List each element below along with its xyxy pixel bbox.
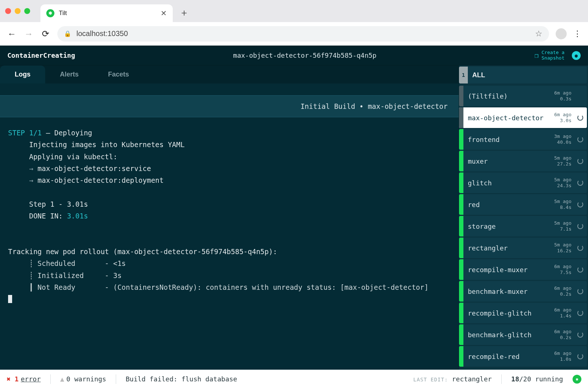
resource-name: muxer [463,157,554,165]
status-bar-icon [459,107,463,128]
sidebar-item-resource[interactable]: recompile-glitch6m ago1.4s [459,303,587,323]
minimize-window-icon[interactable] [15,8,21,14]
status-bar-icon [459,324,463,345]
resource-name: rectangler [463,244,554,252]
status-bar-icon [459,151,463,171]
create-snapshot-button[interactable]: ❐ Create aSnapshot [535,50,564,61]
resource-meta: 5m ago24.3s [554,177,574,188]
build-banner: Initial Build • max-object-detector [0,95,459,117]
resource-sidebar: 1 ALL (Tiltfile)6m ago0.3smax-object-det… [459,65,588,370]
lock-icon: 🔒 [64,30,71,37]
forward-button[interactable]: → [24,29,34,39]
window-controls [5,8,30,14]
pod-name: max-object-detector-56f974b585-q4n5p [82,51,527,59]
profile-avatar[interactable] [556,28,567,39]
browser-menu-icon[interactable]: ⋮ [573,29,581,39]
spinner-icon [577,288,583,294]
resource-meta: 5m ago16.2s [554,242,574,253]
resource-name: recompile-red [463,353,554,360]
status-bar-icon [459,303,463,323]
spinner-icon [577,353,583,359]
last-edit: LAST EDIT: rectangler [413,375,492,383]
all-label: ALL [468,71,485,79]
spinner-icon [577,136,583,142]
all-count-badge: 1 [459,67,468,83]
tab-facets[interactable]: Facets [93,65,144,83]
log-output: STEP 1/1 — Deploying Injecting images in… [0,117,459,370]
status-bar-icon [459,172,463,193]
resource-name: glitch [463,179,554,187]
sidebar-item-resource[interactable]: (Tiltfile)6m ago0.3s [459,86,587,106]
tab-logs[interactable]: Logs [0,65,45,83]
browser-tabstrip: ✱ Tilt ✕ ＋ [0,0,588,22]
resource-meta: 6m ago3.0s [554,112,574,123]
snapshot-icon: ❐ [535,52,539,59]
spinner-icon [577,245,583,251]
warning-count[interactable]: ▲0 warnings [60,375,106,383]
sidebar-item-resource[interactable]: glitch5m ago24.3s [459,172,587,193]
account-icon[interactable]: ● [572,51,581,60]
spinner-icon [577,223,583,229]
resource-name: max-object-detector [463,114,554,122]
error-count[interactable]: ✖ 1error [7,375,41,383]
resource-name: storage [463,223,554,230]
cursor-icon [8,295,12,303]
tilt-app: ContainerCreating max-object-detector-56… [0,46,588,370]
address-bar[interactable]: 🔒 localhost:10350 ☆ [57,26,549,42]
resource-meta: 6m ago0.2s [554,329,574,340]
resource-name: recompile-muxer [463,266,554,274]
sidebar-item-resource[interactable]: muxer5m ago27.2s [459,151,587,171]
spinner-icon [577,180,583,186]
status-bar-icon [459,281,463,302]
resource-name: recompile-glitch [463,309,554,317]
status-bar-icon [459,86,463,106]
build-failed-message: Build failed: flush database [126,375,237,383]
sidebar-item-resource[interactable]: recompile-red6m ago1.0s [459,346,587,367]
new-tab-button[interactable]: ＋ [179,6,189,19]
status-bar: ✖ 1error ▲0 warnings Build failed: flush… [0,370,588,388]
app-header: ContainerCreating max-object-detector-56… [0,46,588,65]
sidebar-item-all[interactable]: 1 ALL [459,67,587,83]
resource-meta: 6m ago1.4s [554,307,574,318]
resource-meta: 5m ago7.1s [554,220,574,232]
status-ok-icon: ✱ [573,375,581,384]
resource-meta: 6m ago1.0s [554,350,574,362]
main-pane: Logs Alerts Facets Initial Build • max-o… [0,65,459,370]
resource-name: (Tiltfile) [463,92,554,100]
tab-close-icon[interactable]: ✕ [161,9,167,18]
spinner-icon [577,332,583,338]
resource-name: frontend [463,136,554,143]
spinner-icon [577,202,583,207]
sidebar-item-resource[interactable]: benchmark-glitch6m ago0.2s [459,324,587,345]
sidebar-item-resource[interactable]: max-object-detector6m ago3.0s [459,107,587,128]
status-bar-icon [459,194,463,215]
bookmark-icon[interactable]: ☆ [535,29,542,39]
close-window-icon[interactable] [5,8,11,14]
status-bar-icon [459,238,463,258]
resource-meta: 6m ago7.5s [554,264,574,275]
spinner-icon [577,310,583,316]
sidebar-item-resource[interactable]: recompile-muxer6m ago7.5s [459,259,587,280]
sidebar-item-resource[interactable]: storage5m ago7.1s [459,216,587,236]
tab-alerts[interactable]: Alerts [45,65,93,83]
resource-meta: 5m ago8.4s [554,199,574,210]
sidebar-item-resource[interactable]: rectangler5m ago16.2s [459,238,587,258]
maximize-window-icon[interactable] [24,8,30,14]
resource-name: benchmark-muxer [463,288,554,295]
resource-meta: 6m ago0.3s [554,90,574,102]
tab-title: Tilt [59,10,156,17]
url-text: localhost:10350 [76,29,128,38]
resource-meta: 5m ago27.2s [554,155,574,167]
resource-status: ContainerCreating [7,51,75,59]
sidebar-item-resource[interactable]: red5m ago8.4s [459,194,587,215]
reload-button[interactable]: ⟳ [40,29,51,39]
resource-name: red [463,201,554,209]
browser-tab[interactable]: ✱ Tilt ✕ [40,4,173,22]
status-bar-icon [459,129,463,150]
sidebar-item-resource[interactable]: frontend3m ago40.0s [459,129,587,150]
back-button[interactable]: ← [7,29,17,39]
resource-meta: 6m ago0.2s [554,285,574,297]
status-bar-icon [459,346,463,367]
sidebar-item-resource[interactable]: benchmark-muxer6m ago0.2s [459,281,587,302]
spinner-icon [577,158,583,164]
